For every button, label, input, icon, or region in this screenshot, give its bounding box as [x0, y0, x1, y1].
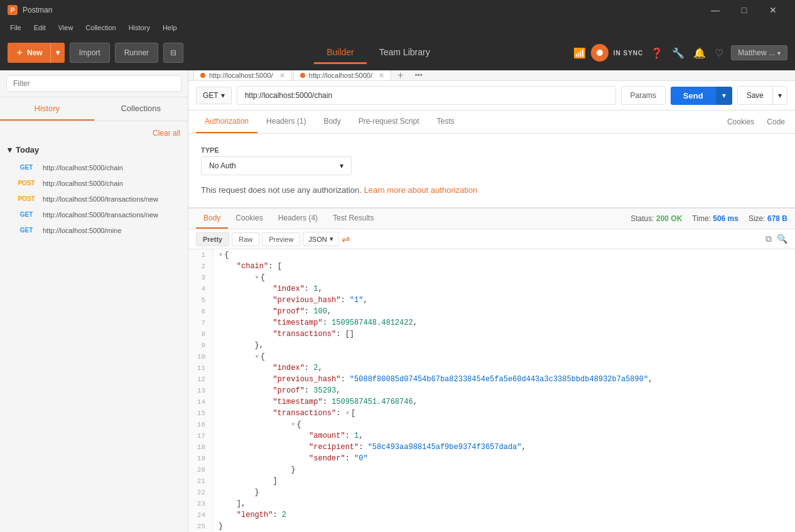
- import-button[interactable]: Import: [70, 43, 110, 63]
- save-button[interactable]: Save: [738, 87, 772, 104]
- format-chevron: ▾: [330, 235, 333, 243]
- bell-icon[interactable]: 🔔: [693, 47, 706, 59]
- auth-type-select[interactable]: No Auth ▾: [201, 156, 352, 175]
- time-label: Time: 506 ms: [692, 214, 738, 223]
- list-item[interactable]: POST http://localhost:5000/transactions/…: [0, 191, 188, 207]
- close-button[interactable]: ✕: [759, 0, 787, 20]
- titlebar: P Postman — □ ✕: [0, 0, 795, 20]
- list-item[interactable]: GET http://localhost:5000/transactions/n…: [0, 207, 188, 222]
- cookies-link[interactable]: Cookies: [725, 111, 757, 133]
- response-tab-body[interactable]: Body: [196, 209, 228, 229]
- list-item[interactable]: GET http://localhost:5000/mine: [0, 222, 188, 238]
- user-button[interactable]: Matthew ... ▾: [731, 45, 787, 60]
- list-item[interactable]: GET http://localhost:5000/chain: [0, 160, 188, 175]
- method-select[interactable]: GET ▾: [196, 87, 232, 104]
- req-section-right: Cookies Code: [725, 111, 787, 133]
- url-input[interactable]: [237, 86, 616, 105]
- menubar: File Edit View Collection History Help: [0, 20, 795, 35]
- menu-history[interactable]: History: [124, 23, 155, 33]
- send-button[interactable]: Send: [671, 87, 716, 105]
- tab-history[interactable]: History: [0, 97, 94, 121]
- response-tabs-bar: Body Cookies Headers (4) Test Results St…: [188, 209, 795, 229]
- size-value: 678 B: [767, 214, 787, 223]
- tab-pre-request-script[interactable]: Pre-request Script: [350, 111, 428, 133]
- new-button-arrow[interactable]: ▾: [51, 43, 65, 63]
- code-actions: ⧉ 🔍: [765, 234, 787, 244]
- minimize-button[interactable]: —: [701, 0, 730, 20]
- history-url: http://localhost:5000/chain: [43, 180, 123, 187]
- tab-authorization[interactable]: Authorization: [196, 111, 257, 133]
- save-dropdown[interactable]: ▾: [772, 87, 787, 104]
- send-button-group: Send ▾: [671, 87, 732, 105]
- params-button[interactable]: Params: [621, 86, 666, 105]
- preview-button[interactable]: Preview: [262, 232, 300, 246]
- no-auth-label: No Auth: [209, 161, 236, 170]
- auth-message: This request does not use any authorizat…: [201, 185, 782, 195]
- raw-button[interactable]: Raw: [232, 232, 259, 246]
- code-line: 20 }: [188, 464, 795, 475]
- method-badge-get: GET: [15, 210, 38, 219]
- tab-builder[interactable]: Builder: [314, 42, 367, 64]
- code-line: 9 },: [188, 340, 795, 351]
- pretty-button[interactable]: Pretty: [196, 232, 229, 246]
- code-line: 24 "length": 2: [188, 509, 795, 521]
- code-line: 6 "proof": 100,: [188, 306, 795, 317]
- help-icon[interactable]: ❓: [651, 47, 663, 59]
- list-item[interactable]: POST http://localhost:5000/chain: [0, 175, 188, 191]
- new-button[interactable]: ＋ New ▾: [8, 43, 65, 63]
- code-link[interactable]: Code: [764, 111, 787, 133]
- runner-button[interactable]: Runner: [115, 43, 158, 63]
- request-tabs-bar: http://localhost:5000/ ✕ http://localhos…: [188, 70, 795, 81]
- search-icon[interactable]: 🔍: [777, 234, 787, 244]
- menu-help[interactable]: Help: [158, 23, 182, 33]
- more-tabs-button[interactable]: •••: [409, 70, 428, 81]
- format-select[interactable]: JSON ▾: [303, 232, 338, 246]
- code-area: 1 ▾{ 2 "chain": [ 3 ▾{ 4 "index": 1,: [188, 249, 795, 532]
- type-label: TYPE: [201, 146, 782, 154]
- tab-headers[interactable]: Headers (1): [257, 111, 315, 133]
- code-line: 17 "amount": 1,: [188, 430, 795, 442]
- menu-collection[interactable]: Collection: [80, 23, 121, 33]
- collapse-today-icon[interactable]: ▾: [8, 145, 12, 155]
- maximize-button[interactable]: □: [730, 0, 759, 20]
- header-icons: ❓ 🔧 🔔 ♡: [651, 47, 723, 59]
- code-line: 21 ]: [188, 475, 795, 487]
- menu-file[interactable]: File: [5, 23, 26, 33]
- code-line: 3 ▾{: [188, 272, 795, 283]
- new-tab-button[interactable]: +: [392, 70, 408, 81]
- tab-team-library[interactable]: Team Library: [367, 42, 443, 64]
- tab-collections[interactable]: Collections: [94, 97, 188, 121]
- auth-learn-link[interactable]: Learn more about authorization: [364, 185, 477, 195]
- method-chevron: ▾: [221, 91, 225, 100]
- tab-close-2[interactable]: ✕: [379, 72, 384, 80]
- tab-tests[interactable]: Tests: [428, 111, 463, 133]
- sync-text: IN SYNC: [614, 50, 644, 57]
- filter-code-icon[interactable]: ⇌: [342, 233, 350, 245]
- tab-body[interactable]: Body: [315, 111, 349, 133]
- request-tab-1[interactable]: http://localhost:5000/ ✕: [193, 70, 292, 81]
- response-tab-headers[interactable]: Headers (4): [271, 209, 325, 229]
- code-line: 14 "timestamp": 1509587451.4768746,: [188, 396, 795, 408]
- heart-icon[interactable]: ♡: [715, 47, 723, 59]
- clear-all-button[interactable]: Clear all: [0, 126, 188, 140]
- history-url: http://localhost:5000/chain: [43, 164, 123, 171]
- format-label: JSON: [308, 236, 327, 243]
- sidebar-filter-area: [0, 70, 188, 97]
- tab-url-1: http://localhost:5000/: [209, 72, 273, 79]
- filter-input[interactable]: [6, 75, 181, 92]
- tab-close-1[interactable]: ✕: [279, 72, 285, 80]
- menu-view[interactable]: View: [53, 23, 78, 33]
- code-line: 16 ▾{: [188, 419, 795, 430]
- copy-icon[interactable]: ⧉: [765, 234, 772, 244]
- response-tab-test-results[interactable]: Test Results: [325, 209, 381, 229]
- tab-dot: [200, 73, 205, 78]
- send-dropdown[interactable]: ▾: [716, 87, 732, 105]
- wrench-icon[interactable]: 🔧: [672, 47, 684, 59]
- menu-edit[interactable]: Edit: [29, 23, 51, 33]
- request-tab-2[interactable]: http://localhost:5000/ ✕: [293, 70, 392, 81]
- response-tab-cookies[interactable]: Cookies: [228, 209, 270, 229]
- new-button-main[interactable]: ＋ New: [8, 43, 51, 63]
- layout-button[interactable]: ⊟: [163, 43, 183, 63]
- code-line: 13 "proof": 35293,: [188, 385, 795, 396]
- sync-inner: [597, 50, 603, 56]
